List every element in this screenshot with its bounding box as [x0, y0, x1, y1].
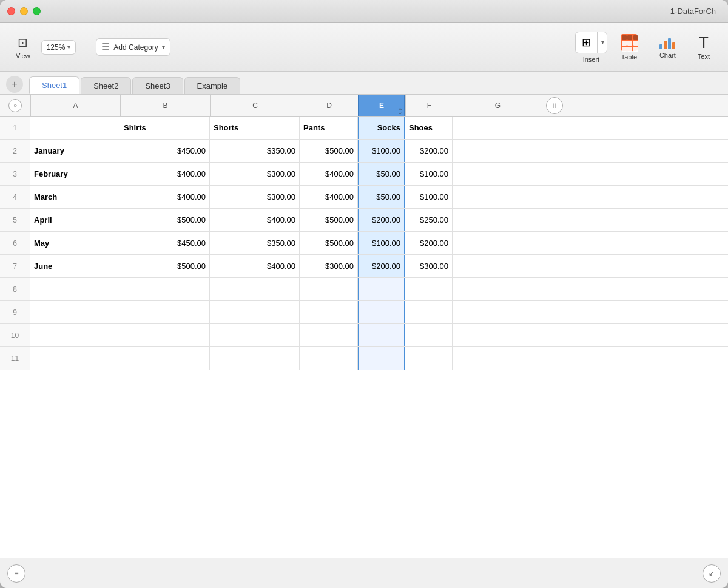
cell-4-g[interactable] [453, 186, 542, 208]
cell-8-f[interactable] [405, 278, 453, 300]
col-header-g[interactable]: G [453, 95, 542, 116]
cell-1-a[interactable] [30, 117, 120, 139]
cell-10-b[interactable] [120, 324, 210, 346]
cell-1-b[interactable]: Shirts [120, 117, 210, 139]
pause-button[interactable]: ⏸ [546, 97, 563, 114]
cell-6-f[interactable]: $200.00 [405, 232, 453, 254]
cell-11-b[interactable] [120, 347, 210, 370]
cell-7-d[interactable]: $300.00 [300, 255, 358, 277]
cell-7-a[interactable]: June [30, 255, 120, 277]
cell-6-g[interactable] [453, 232, 542, 254]
cell-4-b[interactable]: $400.00 [120, 186, 210, 208]
cell-1-g[interactable] [453, 117, 542, 139]
cell-6-d[interactable]: $500.00 [300, 232, 358, 254]
cell-1-c[interactable]: Shorts [210, 117, 300, 139]
cell-3-a[interactable]: February [30, 163, 120, 185]
cell-11-f[interactable] [405, 347, 453, 370]
text-button[interactable]: T Text [689, 31, 718, 64]
cell-3-c[interactable]: $300.00 [210, 163, 300, 185]
insert-button[interactable]: ⊞ ▾ [575, 32, 607, 53]
col-header-c[interactable]: C [210, 95, 300, 116]
cell-10-c[interactable] [210, 324, 300, 346]
cell-9-e[interactable] [358, 301, 405, 323]
sheet-tab-1[interactable]: Sheet2 [81, 77, 131, 94]
cell-10-d[interactable] [300, 324, 358, 346]
cell-10-g[interactable] [453, 324, 542, 346]
sheet-tab-2[interactable]: Sheet3 [132, 77, 183, 94]
cell-7-g[interactable] [453, 255, 542, 277]
col-header-e[interactable]: E [358, 95, 405, 116]
cell-9-g[interactable] [453, 301, 542, 323]
cell-3-b[interactable]: $400.00 [120, 163, 210, 185]
col-header-b[interactable]: B [120, 95, 210, 116]
cell-1-f[interactable]: Shoes [405, 117, 453, 139]
cell-2-f[interactable]: $200.00 [405, 140, 453, 162]
sheet-tab-0[interactable]: Sheet1 [29, 76, 79, 94]
close-button[interactable] [7, 7, 15, 15]
table-button[interactable]: Table [612, 30, 646, 64]
cell-5-b[interactable]: $500.00 [120, 209, 210, 231]
chart-button[interactable]: Chart [651, 32, 684, 63]
col-header-d[interactable]: D [300, 95, 358, 116]
zoom-control[interactable]: 125% ▾ [41, 40, 76, 55]
cell-9-f[interactable] [405, 301, 453, 323]
cell-8-a[interactable] [30, 278, 120, 300]
cell-8-d[interactable] [300, 278, 358, 300]
view-button[interactable]: ⊡ View [10, 32, 36, 63]
cell-5-d[interactable]: $500.00 [300, 209, 358, 231]
col-header-a[interactable]: A [30, 95, 120, 116]
cell-11-a[interactable] [30, 347, 120, 370]
cell-11-d[interactable] [300, 347, 358, 370]
cell-4-f[interactable]: $100.00 [405, 186, 453, 208]
cell-2-d[interactable]: $500.00 [300, 140, 358, 162]
cell-9-d[interactable] [300, 301, 358, 323]
cell-9-a[interactable] [30, 301, 120, 323]
cell-7-c[interactable]: $400.00 [210, 255, 300, 277]
cell-8-b[interactable] [120, 278, 210, 300]
add-sheet-button[interactable]: + [6, 76, 23, 93]
maximize-button[interactable] [33, 7, 41, 15]
cell-2-a[interactable]: January [30, 140, 120, 162]
cell-10-a[interactable] [30, 324, 120, 346]
select-all-button[interactable]: ○ [8, 99, 22, 112]
cell-11-g[interactable] [453, 347, 542, 370]
cell-6-e[interactable]: $100.00 [358, 232, 405, 254]
cell-4-e[interactable]: $50.00 [358, 186, 405, 208]
cell-5-a[interactable]: April [30, 209, 120, 231]
cell-8-e[interactable] [358, 278, 405, 300]
cell-2-e[interactable]: $100.00 [358, 140, 405, 162]
cell-8-g[interactable] [453, 278, 542, 300]
cell-3-d[interactable]: $400.00 [300, 163, 358, 185]
cell-3-e[interactable]: $50.00 [358, 163, 405, 185]
cell-2-b[interactable]: $450.00 [120, 140, 210, 162]
cell-4-a[interactable]: March [30, 186, 120, 208]
cell-1-e[interactable]: Socks [358, 117, 405, 139]
cell-9-b[interactable] [120, 301, 210, 323]
cell-2-c[interactable]: $350.00 [210, 140, 300, 162]
cell-7-b[interactable]: $500.00 [120, 255, 210, 277]
cell-11-e[interactable] [358, 347, 405, 370]
cell-10-e[interactable] [358, 324, 405, 346]
cell-5-g[interactable] [453, 209, 542, 231]
cell-3-g[interactable] [453, 163, 542, 185]
cell-6-a[interactable]: May [30, 232, 120, 254]
cell-4-c[interactable]: $300.00 [210, 186, 300, 208]
cell-2-g[interactable] [453, 140, 542, 162]
cell-8-c[interactable] [210, 278, 300, 300]
bottom-menu-button[interactable]: ≡ [7, 564, 25, 583]
cell-1-d[interactable]: Pants [300, 117, 358, 139]
cell-7-f[interactable]: $300.00 [405, 255, 453, 277]
cell-9-c[interactable] [210, 301, 300, 323]
cell-6-b[interactable]: $450.00 [120, 232, 210, 254]
col-header-f[interactable]: F [405, 95, 453, 116]
cell-6-c[interactable]: $350.00 [210, 232, 300, 254]
cell-5-f[interactable]: $250.00 [405, 209, 453, 231]
cell-7-e[interactable]: $200.00 [358, 255, 405, 277]
bottom-resize-button[interactable]: ↙ [703, 564, 721, 583]
cell-10-f[interactable] [405, 324, 453, 346]
add-category-button[interactable]: ☰ Add Category ▾ [96, 38, 170, 56]
cell-11-c[interactable] [210, 347, 300, 370]
minimize-button[interactable] [20, 7, 28, 15]
sheet-tab-3[interactable]: Example [184, 77, 241, 94]
cell-5-e[interactable]: $200.00 [358, 209, 405, 231]
